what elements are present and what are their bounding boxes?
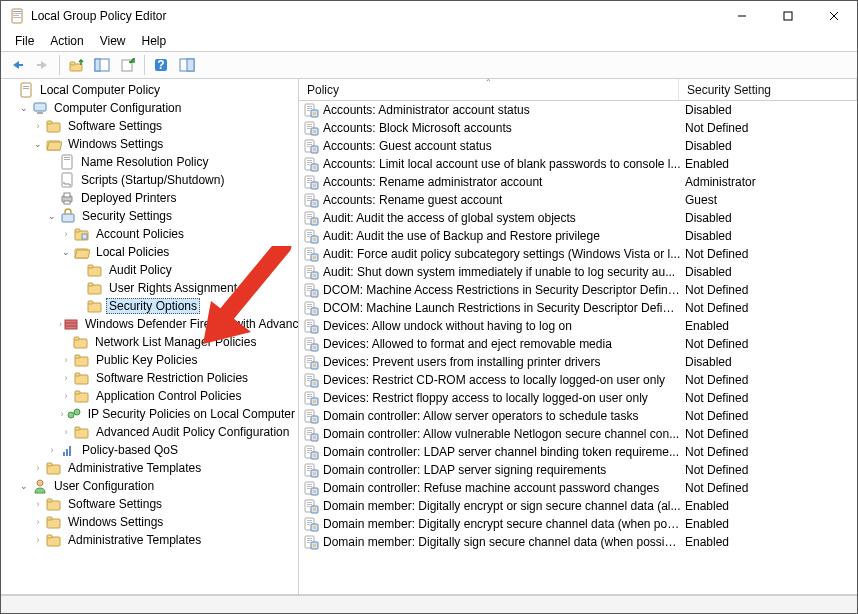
column-security-setting[interactable]: Security Setting	[679, 79, 857, 100]
properties-button[interactable]	[175, 54, 199, 76]
svg-rect-172	[307, 396, 312, 397]
forward-button[interactable]	[31, 54, 55, 76]
policy-row[interactable]: Audit: Audit the access of global system…	[299, 209, 857, 227]
policy-item-icon	[303, 534, 319, 550]
tree-audit-policy[interactable]: Audit Policy	[3, 261, 298, 279]
expand-icon[interactable]: ›	[59, 371, 73, 385]
svg-rect-219	[307, 538, 312, 539]
maximize-button[interactable]	[765, 1, 811, 31]
policy-row[interactable]: Domain member: Digitally encrypt secure …	[299, 515, 857, 533]
tree-pane[interactable]: Local Computer Policy ⌄Computer Configur…	[1, 79, 299, 594]
policy-row[interactable]: Devices: Restrict floppy access to local…	[299, 389, 857, 407]
tree-root[interactable]: Local Computer Policy	[3, 81, 298, 99]
policy-row[interactable]: Devices: Restrict CD-ROM access to local…	[299, 371, 857, 389]
policy-row[interactable]: Accounts: Guest account statusDisabled	[299, 137, 857, 155]
tree-scripts[interactable]: Scripts (Startup/Shutdown)	[3, 171, 298, 189]
svg-rect-165	[307, 376, 312, 377]
tree-u-admin[interactable]: ›Administrative Templates	[3, 531, 298, 549]
policy-row[interactable]: Accounts: Limit local account use of bla…	[299, 155, 857, 173]
menu-action[interactable]: Action	[42, 32, 91, 50]
tree-software-settings[interactable]: ›Software Settings	[3, 117, 298, 135]
back-button[interactable]	[5, 54, 29, 76]
policy-row[interactable]: Domain controller: LDAP server channel b…	[299, 443, 857, 461]
menu-file[interactable]: File	[7, 32, 42, 50]
column-policy[interactable]: Policy⌃	[299, 79, 679, 100]
close-button[interactable]	[811, 1, 857, 31]
expand-icon[interactable]: ›	[59, 353, 73, 367]
policy-name: Audit: Audit the use of Backup and Resto…	[323, 229, 681, 243]
policy-row[interactable]: Devices: Prevent users from installing p…	[299, 353, 857, 371]
expand-icon[interactable]: ›	[31, 119, 45, 133]
tree-software-restrict[interactable]: ›Software Restriction Policies	[3, 369, 298, 387]
policy-row[interactable]: Accounts: Administrator account statusDi…	[299, 101, 857, 119]
tree-app-control[interactable]: ›Application Control Policies	[3, 387, 298, 405]
collapse-icon[interactable]: ⌄	[17, 101, 31, 115]
list-body[interactable]: Accounts: Administrator account statusDi…	[299, 101, 857, 594]
expand-icon[interactable]: ›	[59, 425, 73, 439]
svg-rect-183	[307, 430, 312, 431]
tree-local-policies[interactable]: ⌄Local Policies	[3, 243, 298, 261]
policy-item-icon	[303, 336, 319, 352]
tree-policy-qos[interactable]: ›Policy-based QoS	[3, 441, 298, 459]
menu-view[interactable]: View	[92, 32, 134, 50]
policy-row[interactable]: Domain controller: Allow vulnerable Netl…	[299, 425, 857, 443]
policy-row[interactable]: Accounts: Rename administrator accountAd…	[299, 173, 857, 191]
policy-row[interactable]: Domain controller: LDAP server signing r…	[299, 461, 857, 479]
collapse-icon[interactable]: ⌄	[59, 245, 73, 259]
policy-item-icon	[303, 210, 319, 226]
collapse-icon[interactable]: ⌄	[17, 479, 31, 493]
policy-row[interactable]: DCOM: Machine Access Restrictions in Sec…	[299, 281, 857, 299]
tree-network-list[interactable]: Network List Manager Policies	[3, 333, 298, 351]
tree-user-rights[interactable]: User Rights Assignment	[3, 279, 298, 297]
policy-row[interactable]: Domain controller: Refuse machine accoun…	[299, 479, 857, 497]
tree-ipsec[interactable]: ›IP Security Policies on Local Computer	[3, 405, 298, 423]
tree-deployed-printers[interactable]: Deployed Printers	[3, 189, 298, 207]
tree-account-policies[interactable]: ›Account Policies	[3, 225, 298, 243]
collapse-icon[interactable]: ⌄	[45, 209, 59, 223]
policy-row[interactable]: Audit: Shut down system immediately if u…	[299, 263, 857, 281]
policy-row[interactable]: Audit: Audit the use of Backup and Resto…	[299, 227, 857, 245]
svg-rect-109	[313, 202, 316, 205]
policy-row[interactable]: Domain member: Digitally sign secure cha…	[299, 533, 857, 551]
show-hide-tree-button[interactable]	[90, 54, 114, 76]
tree-security-settings[interactable]: ⌄Security Settings	[3, 207, 298, 225]
policy-row[interactable]: Accounts: Rename guest accountGuest	[299, 191, 857, 209]
policy-row[interactable]: Devices: Allow undock without having to …	[299, 317, 857, 335]
tree-security-options[interactable]: Security Options	[3, 297, 298, 315]
policy-row[interactable]: DCOM: Machine Launch Restrictions in Sec…	[299, 299, 857, 317]
up-button[interactable]	[64, 54, 88, 76]
tree-admin-templates[interactable]: ›Administrative Templates	[3, 459, 298, 477]
tree-name-resolution[interactable]: Name Resolution Policy	[3, 153, 298, 171]
tree-defender-fw[interactable]: ›Windows Defender Firewall with Advanced…	[3, 315, 298, 333]
menu-help[interactable]: Help	[134, 32, 175, 50]
tree-windows-settings[interactable]: ⌄Windows Settings	[3, 135, 298, 153]
tree-label: Security Options	[106, 298, 200, 314]
content-area: Local Computer Policy ⌄Computer Configur…	[1, 79, 857, 595]
collapse-icon[interactable]: ⌄	[31, 137, 45, 151]
policy-row[interactable]: Devices: Allowed to format and eject rem…	[299, 335, 857, 353]
policy-row[interactable]: Audit: Force audit policy subcategory se…	[299, 245, 857, 263]
policy-row[interactable]: Domain controller: Allow server operator…	[299, 407, 857, 425]
tree-public-key[interactable]: ›Public Key Policies	[3, 351, 298, 369]
expand-icon[interactable]: ›	[45, 443, 59, 457]
policy-item-icon	[303, 174, 319, 190]
expand-icon[interactable]: ›	[31, 515, 45, 529]
minimize-button[interactable]	[719, 1, 765, 31]
expand-icon[interactable]: ›	[31, 461, 45, 475]
expand-icon[interactable]: ›	[59, 389, 73, 403]
expand-icon[interactable]: ›	[31, 497, 45, 511]
expand-icon[interactable]: ›	[59, 227, 73, 241]
tree-u-windows[interactable]: ›Windows Settings	[3, 513, 298, 531]
expand-icon[interactable]: ›	[59, 317, 62, 331]
policy-row[interactable]: Domain member: Digitally encrypt or sign…	[299, 497, 857, 515]
expand-icon[interactable]: ›	[31, 533, 45, 547]
help-button[interactable]: ?	[149, 54, 173, 76]
tree-user-config[interactable]: ⌄User Configuration	[3, 477, 298, 495]
expand-icon[interactable]: ›	[59, 407, 65, 421]
tree-computer-config[interactable]: ⌄Computer Configuration	[3, 99, 298, 117]
svg-rect-100	[307, 180, 312, 181]
tree-u-software[interactable]: ›Software Settings	[3, 495, 298, 513]
policy-row[interactable]: Accounts: Block Microsoft accountsNot De…	[299, 119, 857, 137]
tree-adv-audit[interactable]: ›Advanced Audit Policy Configuration	[3, 423, 298, 441]
export-list-button[interactable]	[116, 54, 140, 76]
